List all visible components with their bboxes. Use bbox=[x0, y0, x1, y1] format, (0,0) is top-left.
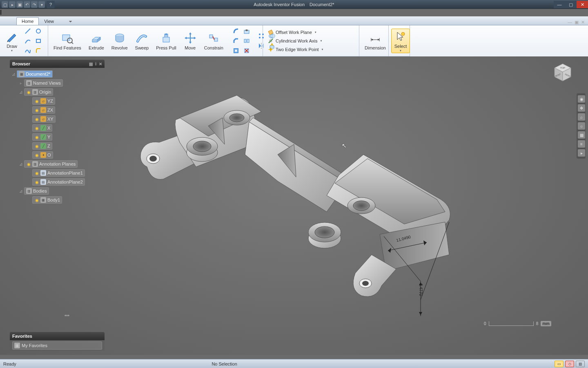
rect-tool-icon[interactable] bbox=[33, 36, 43, 45]
circle-tool-icon[interactable] bbox=[33, 27, 43, 36]
chamfer-icon[interactable] bbox=[231, 36, 241, 45]
tree-origin-point[interactable]: ◉✦O bbox=[10, 150, 105, 159]
lightbulb-icon[interactable]: ◉ bbox=[34, 126, 39, 130]
status-toggle-1-icon[interactable]: ▭ bbox=[555, 361, 564, 367]
sweep-icon bbox=[135, 31, 148, 45]
lightbulb-icon[interactable]: ◉ bbox=[34, 180, 39, 184]
ruler-unit[interactable]: mm bbox=[541, 321, 551, 326]
tree-origin[interactable]: ◿ ◉▥Origin bbox=[10, 88, 105, 96]
tree-ann-plane-2[interactable]: ◉▤AnnotationPlane2 bbox=[10, 177, 105, 186]
panel-resize-grip[interactable]: ▴▴▴ bbox=[63, 313, 71, 316]
tree-body-1[interactable]: ◉▦Body1 bbox=[10, 195, 105, 204]
status-toggle-3-icon[interactable]: ▥ bbox=[576, 361, 585, 367]
hole-icon[interactable] bbox=[242, 27, 252, 36]
collapse-icon[interactable]: ◿ bbox=[19, 90, 23, 94]
lightbulb-icon[interactable]: ◉ bbox=[34, 99, 39, 103]
tree-axis-x[interactable]: ◉╱X bbox=[10, 123, 105, 132]
lightbulb-icon[interactable]: ◉ bbox=[34, 171, 39, 175]
find-features-button[interactable]: Find Features bbox=[51, 30, 84, 52]
lightbulb-icon[interactable]: ◉ bbox=[26, 162, 31, 166]
move-button[interactable]: Move bbox=[181, 30, 200, 52]
tree-plane-zx[interactable]: ◉▱ZX bbox=[10, 105, 105, 114]
sweep-button[interactable]: Sweep bbox=[132, 30, 152, 52]
qat-save-icon[interactable]: ▣ bbox=[16, 1, 23, 8]
dimension-button[interactable]: Dimension bbox=[362, 30, 389, 52]
arc-tool-icon[interactable] bbox=[23, 36, 33, 45]
minimize-button[interactable]: — bbox=[554, 1, 565, 8]
svg-rect-3 bbox=[62, 35, 70, 40]
doc-minimize-icon[interactable]: — bbox=[568, 20, 572, 25]
viewcube[interactable]: TOP FRONT RIGHT bbox=[550, 59, 576, 85]
close-button[interactable]: ✕ bbox=[577, 1, 588, 8]
tree-ann-plane-1[interactable]: ◉▤AnnotationPlane1 bbox=[10, 168, 105, 177]
tree-annotation-planes[interactable]: ◿ ◉▥Annotation Planes bbox=[10, 159, 105, 168]
tab-home[interactable]: Home bbox=[16, 17, 39, 25]
shell-icon[interactable] bbox=[231, 46, 241, 55]
offset-work-plane-button[interactable]: Offset Work Plane ▼ bbox=[265, 28, 326, 36]
help-button[interactable]: ? bbox=[47, 1, 55, 8]
qat-undo-icon[interactable]: ↶ bbox=[24, 1, 30, 8]
panel-options-icon[interactable]: ▤ bbox=[89, 62, 93, 66]
tree-named-views[interactable]: ▹ ▥Named Views bbox=[10, 79, 105, 88]
lightbulb-icon[interactable]: ◉ bbox=[26, 90, 31, 94]
collapse-icon[interactable]: ◿ bbox=[19, 162, 23, 166]
tree-bodies[interactable]: ◿ ▥Bodies bbox=[10, 186, 105, 195]
dimension-value-b[interactable]: 6.4770 bbox=[419, 283, 423, 296]
maximize-button[interactable]: ▢ bbox=[565, 1, 577, 8]
doc-restore-icon[interactable]: ▣ bbox=[575, 20, 579, 25]
lightbulb-icon[interactable]: ◉ bbox=[34, 108, 39, 112]
panel-close-icon[interactable]: ✕ bbox=[99, 62, 102, 66]
status-center: No Selection bbox=[212, 361, 237, 366]
qat-open-icon[interactable]: ▸ bbox=[9, 1, 16, 8]
expand-icon[interactable]: ▹ bbox=[19, 81, 23, 85]
line-tool-icon[interactable] bbox=[23, 27, 33, 36]
fillet-tool-icon[interactable] bbox=[33, 46, 43, 55]
tree-axis-z[interactable]: ◉╱Z bbox=[10, 141, 105, 150]
collapse-icon[interactable]: ◿ bbox=[19, 189, 23, 193]
cylindrical-work-axis-button[interactable]: Cylindrical Work Axis ▼ bbox=[265, 37, 326, 45]
favorites-item[interactable]: ▥ My Favorites bbox=[12, 341, 102, 350]
tree-plane-xy[interactable]: ◉▱XY bbox=[10, 114, 105, 123]
constrain-button[interactable]: Constrain bbox=[201, 30, 226, 52]
doc-close-icon[interactable]: ✕ bbox=[581, 20, 585, 25]
delete-icon[interactable] bbox=[242, 46, 252, 55]
nav-play-icon[interactable]: ▸ bbox=[578, 149, 585, 157]
lookat-icon[interactable]: ▦ bbox=[578, 131, 585, 139]
tree-plane-yz[interactable]: ◉▱YZ bbox=[10, 96, 105, 105]
tree-axis-y[interactable]: ◉╱Y bbox=[10, 132, 105, 141]
fillet3d-icon[interactable] bbox=[231, 27, 241, 36]
lightbulb-icon[interactable]: ◉ bbox=[34, 153, 39, 157]
pan-icon[interactable]: ✥ bbox=[578, 104, 585, 112]
browser-tree: ◿ ▦Document2* ▹ ▥Named Views ◿ ◉▥Origin … bbox=[10, 68, 105, 206]
status-toggle-2-icon[interactable]: ◇ bbox=[565, 361, 574, 367]
nav-settings-icon[interactable]: ≡ bbox=[578, 140, 585, 148]
select-button[interactable]: Select ▼ bbox=[391, 29, 410, 53]
tab-view[interactable]: View bbox=[39, 17, 59, 25]
qat-new-icon[interactable]: ▢ bbox=[2, 1, 8, 8]
revolve-button[interactable]: Revolve bbox=[109, 30, 131, 52]
lightbulb-icon[interactable]: ◉ bbox=[34, 144, 39, 148]
two-edge-work-point-button[interactable]: Two Edge Work Point ▼ bbox=[265, 45, 326, 54]
panel-pin-icon[interactable]: i bbox=[95, 62, 96, 66]
qat-redo-icon[interactable]: ↷ bbox=[31, 1, 38, 8]
draw-button[interactable]: Draw ▼ bbox=[2, 29, 21, 53]
spline-tool-icon[interactable] bbox=[23, 46, 33, 55]
favorites-header[interactable]: Favorites bbox=[10, 332, 105, 340]
steering-wheel-icon[interactable]: ◉ bbox=[578, 95, 585, 103]
app-menu-icon[interactable]: I bbox=[0, 9, 588, 16]
tab-expand-icon[interactable]: ⏷ bbox=[63, 18, 78, 25]
collapse-icon[interactable]: ◿ bbox=[11, 72, 16, 76]
tree-root[interactable]: ◿ ▦Document2* bbox=[10, 70, 105, 79]
zoom-icon[interactable]: ⌕ bbox=[578, 113, 585, 121]
browser-header[interactable]: Browser ▤ i ✕ bbox=[10, 60, 105, 68]
lightbulb-icon[interactable]: ◉ bbox=[34, 117, 39, 121]
split-icon[interactable] bbox=[242, 36, 252, 45]
qat-dropdown-icon[interactable]: ▾ bbox=[38, 1, 45, 8]
press-pull-button[interactable]: Press Pull bbox=[153, 30, 179, 52]
doc-name: Document2* bbox=[310, 2, 334, 7]
quick-access-toolbar: ▢ ▸ ▣ ↶ ↷ ▾ bbox=[0, 1, 47, 8]
extrude-button[interactable]: Extrude bbox=[86, 30, 107, 52]
lightbulb-icon[interactable]: ◉ bbox=[34, 135, 39, 139]
lightbulb-icon[interactable]: ◉ bbox=[34, 197, 39, 202]
orbit-icon[interactable]: ☼ bbox=[578, 122, 585, 130]
